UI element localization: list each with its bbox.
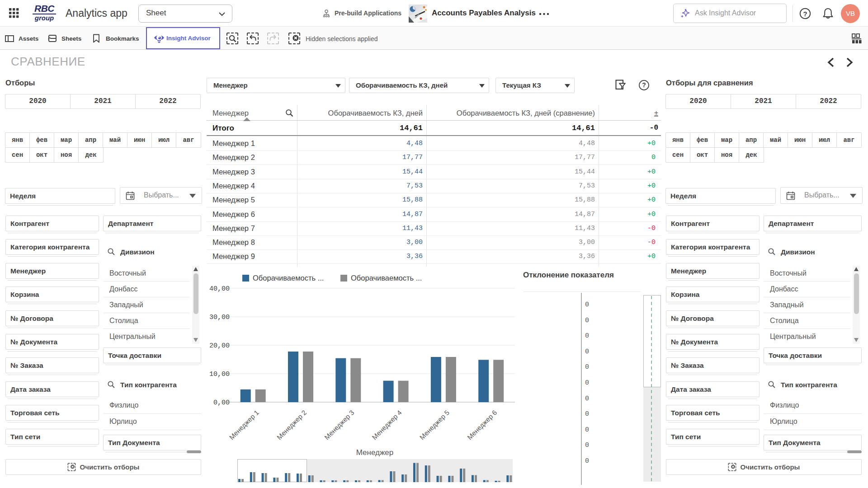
- svg-text:Отклонение показателя: Отклонение показателя: [523, 271, 614, 279]
- svg-text:0: 0: [585, 426, 589, 434]
- svg-text:Менеджер 1: Менеджер 1: [227, 408, 260, 441]
- svg-text:Менеджер 2: Менеджер 2: [275, 408, 308, 441]
- svg-text:Менеджер 5: Менеджер 5: [418, 408, 451, 441]
- svg-text:10,00: 10,00: [209, 371, 230, 378]
- svg-text:0: 0: [585, 441, 589, 449]
- svg-text:Менеджер 6: Менеджер 6: [466, 408, 498, 441]
- svg-text:20,00: 20,00: [209, 342, 230, 350]
- svg-text:0: 0: [585, 410, 589, 418]
- svg-text:0: 0: [585, 348, 589, 356]
- svg-text:Менеджер 3: Менеджер 3: [323, 408, 355, 441]
- svg-text:40,00: 40,00: [209, 285, 230, 293]
- svg-text:Менеджер: Менеджер: [356, 448, 393, 457]
- svg-text:0: 0: [585, 379, 589, 387]
- svg-text:30,00: 30,00: [209, 314, 230, 321]
- svg-text:Оборачиваемость ...: Оборачиваемость ...: [351, 274, 422, 282]
- svg-text:Менеджер 4: Менеджер 4: [370, 408, 403, 441]
- svg-text:0: 0: [585, 301, 589, 309]
- svg-text:0: 0: [585, 332, 589, 340]
- svg-text:0,00: 0,00: [213, 399, 230, 407]
- svg-text:0: 0: [585, 317, 589, 324]
- svg-text:Оборачиваемость ...: Оборачиваемость ...: [253, 274, 324, 282]
- svg-text:?: ?: [642, 81, 646, 89]
- svg-text:0: 0: [585, 395, 589, 403]
- svg-text:0: 0: [585, 363, 589, 371]
- svg-text:0: 0: [585, 457, 589, 465]
